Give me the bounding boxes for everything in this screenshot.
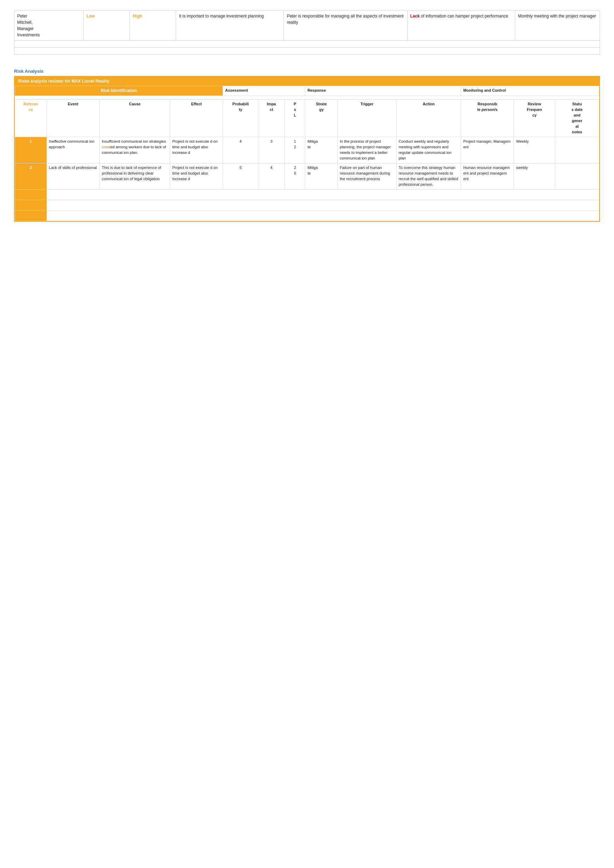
low-label: Low: [87, 14, 95, 19]
row-1-cause: Insufficient communicat ion strategies c…: [99, 137, 170, 163]
empty-risk-row-3: [15, 210, 599, 221]
empty-row-number-3: [15, 210, 47, 221]
row-2-effect: Project is not execute d on time and bud…: [170, 163, 223, 189]
risk-analysis-section: Risk Analysis Risks analysis resister fo…: [14, 68, 600, 222]
monitoring-header: Monitoring and Control: [461, 86, 599, 96]
empty-cell-2: [14, 48, 600, 54]
high-label: High: [133, 14, 142, 19]
risk-table-wrapper: Risks analysis resister for MAX Lionel R…: [14, 76, 600, 222]
empty-risk-cell-2: [47, 200, 599, 210]
assessment-header: Assessment: [223, 86, 305, 96]
meeting-cell: Monthly meeting with the project manager: [515, 11, 600, 40]
risk-analysis-title: Risk Analysis: [14, 68, 600, 74]
spacer-row: [15, 96, 599, 100]
col-action-header: Action: [396, 100, 461, 137]
row-2-action: To overcome this strategy human resource…: [396, 163, 461, 189]
risk-row-2: 2 Lack of skills of professional This is…: [15, 163, 599, 189]
empty-row-number-1: [15, 189, 47, 200]
responsibility-cell: Peter is responsible for managing all th…: [284, 11, 407, 40]
person-name-cell: PeterMitchell,ManagerInvestments: [14, 11, 84, 40]
risk-table-header-bar: Risks analysis resister for MAX Lionel R…: [15, 77, 599, 86]
section-headers-row: Risk Identification Assessment Response …: [15, 86, 599, 96]
col-probability-header: Probability: [223, 100, 258, 137]
col-responsible-header: Responsible person/s: [461, 100, 514, 137]
risk-level-high-cell: High: [130, 11, 176, 40]
row-1-event: Ineffective communicat ion approach: [47, 137, 99, 163]
row-1-impact: 3: [258, 137, 285, 163]
column-headers-row: Reference Event Cause Effect Probability…: [15, 100, 599, 137]
importance-cell: It is important to manage investment pla…: [176, 11, 284, 40]
col-effect-header: Effect: [170, 100, 223, 137]
row-1-probability: 4: [223, 137, 258, 163]
row-1-review-freq: Weekly: [514, 137, 555, 163]
lack-info-cell: Lack of information can hamper project p…: [407, 11, 515, 40]
col-event-header: Event: [47, 100, 99, 137]
row-2-review-freq: weekly: [514, 163, 555, 189]
row-1-action: Conduct weekly and regularly meeting wit…: [396, 137, 461, 163]
empty-risk-row-1: [15, 189, 599, 200]
row-2-impact: 4: [258, 163, 285, 189]
empty-risk-cell-3: [47, 210, 599, 221]
empty-row-2: [14, 48, 600, 54]
row-1-effect: Project is not execute d on time and bud…: [170, 137, 223, 163]
row-2-status: [555, 163, 599, 189]
row-1-number: 1: [15, 137, 47, 163]
empty-cell: [14, 40, 600, 48]
col-pxl-header: PxL: [284, 100, 305, 137]
row-1-responsible: Project manager, Managem ent: [461, 137, 514, 163]
top-table-row: PeterMitchell,ManagerInvestments Low Hig…: [14, 11, 600, 40]
empty-risk-cell-1: [47, 189, 599, 200]
spacer-cell: [15, 96, 599, 100]
row-1-trigger: In the process of project planning, the …: [337, 137, 396, 163]
row-1-pxl: 12: [284, 137, 305, 163]
col-trigger-header: Trigger: [337, 100, 396, 137]
col-impact-header: Impact: [258, 100, 285, 137]
row-2-strategy: Mitigate: [305, 163, 337, 189]
empty-risk-row-2: [15, 200, 599, 210]
col-strategy-header: Strategy: [305, 100, 337, 137]
row-1-status: [555, 137, 599, 163]
risk-level-low-cell: Low: [84, 11, 130, 40]
row-1-strategy: Mitigate: [305, 137, 337, 163]
risk-table: Risk Identification Assessment Response …: [15, 86, 599, 221]
risk-id-header: Risk Identification: [15, 86, 223, 96]
col-cause-header: Cause: [99, 100, 170, 137]
row-2-cause: This is due to lack of experience of pro…: [99, 163, 170, 189]
top-table: PeterMitchell,ManagerInvestments Low Hig…: [14, 11, 600, 54]
row-2-event: Lack of skills of professional: [47, 163, 99, 189]
empty-row-number-2: [15, 200, 47, 210]
response-header: Response: [305, 86, 461, 96]
col-status-header: Status dateandgeneralnotes: [555, 100, 599, 137]
col-reference-header: Reference: [15, 100, 47, 137]
risk-row-1: 1 Ineffective communicat ion approach In…: [15, 137, 599, 163]
empty-row: [14, 40, 600, 48]
row-2-pxl: 20: [284, 163, 305, 189]
col-review-header: ReviewFrequency: [514, 100, 555, 137]
row-2-probability: 5: [223, 163, 258, 189]
row-2-responsible: Human resource managem ent and project m…: [461, 163, 514, 189]
row-2-trigger: Failure on part of human resource manage…: [337, 163, 396, 189]
row-2-number: 2: [15, 163, 47, 189]
